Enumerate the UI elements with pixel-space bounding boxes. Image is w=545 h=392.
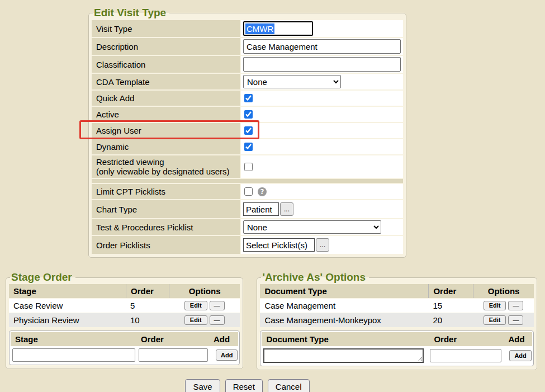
stage-add-input[interactable] — [12, 348, 135, 362]
test-procedures-select[interactable]: None — [243, 220, 381, 234]
stage-order-add-input[interactable] — [139, 348, 208, 362]
assign-user-checkbox[interactable] — [244, 126, 253, 135]
doc-type-col-header: Document Type — [260, 284, 428, 298]
quick-add-checkbox[interactable] — [244, 94, 253, 102]
quick-add-row: Quick Add — [92, 91, 403, 106]
help-icon[interactable]: ? — [258, 187, 267, 196]
classification-label: Classification — [92, 56, 240, 73]
visit-type-label: Visit Type — [92, 20, 240, 37]
cancel-button[interactable]: Cancel — [268, 379, 310, 392]
doc-type-cell: Case Management — [260, 301, 428, 310]
archive-add-button[interactable]: Add — [509, 350, 531, 361]
edit-button[interactable]: Edit — [484, 315, 506, 325]
footer-buttons: Save Reset Cancel — [88, 379, 406, 392]
order-picklists-value[interactable]: Select Picklist(s) — [243, 238, 315, 252]
edit-button[interactable]: Edit — [184, 315, 207, 325]
test-procedures-label: Test & Procedures Picklist — [92, 219, 240, 235]
order-add-col-header: Order — [136, 332, 209, 346]
description-label: Description — [92, 38, 240, 55]
remove-button[interactable]: — — [210, 301, 225, 310]
description-input[interactable] — [243, 39, 401, 54]
stage-add-button[interactable]: Add — [216, 350, 238, 361]
stage-add-box: Stage Order Add Add — [9, 330, 240, 365]
order-col-header: Order — [126, 284, 169, 298]
archive-table-row: Case Management-Monkeypox 20 Edit — — [260, 313, 533, 327]
chart-type-value[interactable]: Patient — [243, 202, 279, 216]
restricted-viewing-label: Restricted viewing (only viewable by des… — [92, 155, 240, 178]
chart-type-label: Chart Type — [92, 200, 240, 218]
order-picklists-row: Order Picklists Select Picklist(s) ... — [92, 236, 403, 254]
edit-visit-type-section: Edit Visit Type Visit Type CMWR Descript… — [88, 7, 406, 258]
edit-visit-type-legend: Edit Visit Type — [93, 7, 169, 19]
stage-table-header: Stage Order Options — [9, 284, 240, 298]
archive-as-legend: 'Archive As' Options — [261, 271, 369, 284]
edit-button[interactable]: Edit — [484, 301, 506, 310]
limit-cpt-row: Limit CPT Picklists ? — [92, 184, 403, 199]
active-checkbox[interactable] — [244, 110, 253, 119]
dynamic-checkbox[interactable] — [244, 143, 253, 151]
doc-type-add-textarea[interactable] — [263, 348, 424, 363]
restricted-viewing-label-line2: (only viewable by designated users) — [96, 167, 235, 176]
order-cell: 5 — [126, 301, 169, 310]
archive-as-section: 'Archive As' Options Document Type Order… — [257, 271, 537, 370]
archive-add-row: Add — [262, 346, 532, 365]
doc-type-add-col-header: Document Type — [262, 332, 429, 346]
save-button[interactable]: Save — [185, 379, 220, 392]
options-col-header: Options — [473, 284, 533, 298]
chart-type-row: Chart Type Patient ... — [92, 200, 403, 218]
archive-order-add-input[interactable] — [430, 349, 501, 362]
cda-template-row: CDA Template None — [92, 74, 403, 89]
add-col-header: Add — [504, 332, 524, 346]
active-label: Active — [92, 107, 240, 122]
description-row: Description — [92, 38, 403, 55]
order-cell: 20 — [428, 315, 473, 325]
restricted-viewing-label-line1: Restricted viewing — [96, 157, 235, 167]
visit-type-row: Visit Type CMWR — [92, 20, 403, 37]
dynamic-row: Dynamic — [92, 139, 403, 154]
order-cell: 10 — [126, 315, 169, 325]
stage-cell: Physician Review — [9, 315, 126, 325]
chart-type-browse-button[interactable]: ... — [280, 202, 293, 216]
stage-add-header: Stage Order Add — [11, 332, 238, 346]
order-picklists-label: Order Picklists — [92, 236, 240, 254]
reset-button[interactable]: Reset — [225, 379, 263, 392]
options-col-header: Options — [169, 284, 240, 298]
add-col-header: Add — [209, 332, 230, 346]
assign-user-label: Assign User — [92, 123, 240, 138]
visit-type-input[interactable]: CMWR — [243, 21, 313, 36]
remove-button[interactable]: — — [508, 315, 523, 325]
doc-type-cell: Case Management-Monkeypox — [260, 315, 428, 325]
cda-template-select[interactable]: None — [243, 75, 341, 88]
cda-template-label: CDA Template — [92, 74, 240, 89]
order-col-header: Order — [428, 284, 473, 298]
limit-cpt-label: Limit CPT Picklists — [92, 184, 240, 199]
stage-order-section: Stage Order Stage Order Options Case Rev… — [6, 271, 243, 369]
order-picklists-browse-button[interactable]: ... — [316, 238, 329, 252]
classification-input[interactable] — [243, 57, 401, 72]
archive-add-header: Document Type Order Add — [262, 332, 532, 346]
stage-order-legend: Stage Order — [10, 271, 75, 284]
edit-button[interactable]: Edit — [184, 301, 207, 310]
order-cell: 15 — [428, 301, 473, 310]
stage-cell: Case Review — [9, 301, 126, 310]
form-spacer — [92, 179, 403, 183]
restricted-viewing-checkbox[interactable] — [244, 163, 253, 171]
visit-type-selected-text: CMWR — [245, 23, 274, 34]
dynamic-label: Dynamic — [92, 139, 240, 154]
order-add-col-header: Order — [429, 332, 504, 346]
stage-add-col-header: Stage — [11, 332, 136, 346]
archive-table-row: Case Management 15 Edit — — [260, 299, 533, 313]
remove-button[interactable]: — — [508, 301, 523, 310]
stage-add-row: Add — [11, 346, 238, 363]
stage-col-header: Stage — [9, 284, 126, 298]
archive-table-header: Document Type Order Options — [260, 284, 533, 298]
limit-cpt-checkbox[interactable] — [244, 187, 253, 196]
stage-table-row: Case Review 5 Edit — — [9, 299, 240, 313]
quick-add-label: Quick Add — [92, 91, 240, 106]
archive-add-box: Document Type Order Add Add — [260, 330, 533, 366]
bottom-sections: Stage Order Stage Order Options Case Rev… — [6, 271, 545, 370]
active-row: Active — [92, 107, 403, 122]
remove-button[interactable]: — — [210, 315, 225, 325]
test-procedures-row: Test & Procedures Picklist None — [92, 219, 403, 235]
classification-row: Classification — [92, 56, 403, 73]
